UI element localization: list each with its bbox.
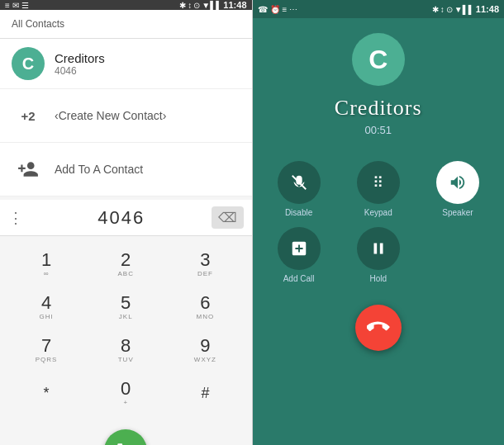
data-icon: ↕ (188, 1, 192, 10)
dialer-input-row: ⋮ 4046 ⌫ (0, 200, 252, 236)
status-left-icons: ≡ ✉ ☰ (5, 1, 29, 10)
call-duration: 00:51 (364, 124, 392, 136)
empty-icon (436, 227, 479, 270)
menu-icon: ☰ (21, 1, 29, 10)
end-call-area (253, 305, 505, 362)
time-left: 11:48 (223, 0, 246, 10)
key-1[interactable]: 1 ∞ (8, 244, 84, 284)
key-9[interactable]: 9 WXYZ (167, 330, 243, 370)
mute-button[interactable]: Disable (264, 161, 334, 217)
call-button[interactable] (104, 429, 147, 445)
dialer-section: ⋮ 4046 ⌫ 1 ∞ 2 ABC 3 DEF 4 GHI (0, 196, 252, 445)
add-contact-item[interactable]: Add To A Contact (0, 143, 252, 196)
call-button-area (0, 421, 252, 445)
contact-info: Creditors 4046 (55, 51, 105, 77)
call-avatar-area: C Creditors 00:51 (253, 18, 505, 144)
plus-two-icon: +2 (12, 99, 45, 132)
right-panel: ☎ ⏰ ≡ ⋯ ✱ ↕ ⊙ ▼▌▌ 11:48 C Creditors 00:5… (253, 0, 505, 445)
key-0[interactable]: 0 + (88, 373, 164, 413)
keypad-button[interactable]: ⠿ Keypad (344, 161, 413, 217)
all-contacts-label: All Contacts (12, 18, 64, 30)
bluetooth-icon: ✱ (179, 1, 186, 10)
contact-number: 4046 (55, 65, 105, 77)
key-7[interactable]: 7 PQRS (8, 330, 84, 370)
empty-control (423, 227, 492, 283)
status-right-left-icons: ☎ ⏰ ≡ ⋯ (258, 5, 298, 14)
grid-icon: ≡ (283, 5, 288, 14)
left-panel: ≡ ✉ ☰ ✱ ↕ ⊙ ▼▌▌ 11:48 All Contacts C Cre… (0, 0, 252, 445)
hold-icon (357, 227, 400, 270)
status-bar-right: ☎ ⏰ ≡ ⋯ ✱ ↕ ⊙ ▼▌▌ 11:48 (253, 0, 505, 18)
hold-button[interactable]: Hold (344, 227, 413, 283)
key-2[interactable]: 2 ABC (88, 244, 164, 284)
dialer-number: 4046 (31, 207, 212, 229)
signal2-icon: ▼▌▌ (454, 5, 474, 14)
mute-icon (278, 161, 321, 204)
create-contact-item[interactable]: +2 ‹Create New Contact› (0, 89, 252, 143)
key-star[interactable]: * (8, 373, 84, 413)
key-6[interactable]: 6 MNO (167, 287, 243, 327)
hold-label: Hold (369, 274, 387, 283)
contact-item[interactable]: C Creditors 4046 (0, 39, 252, 89)
alarm-icon: ⏰ (270, 5, 280, 14)
create-contact-label: ‹Create New Contact› (55, 109, 166, 122)
key-3[interactable]: 3 DEF (167, 244, 243, 284)
bt-icon: ✱ (432, 5, 439, 14)
add-person-icon (12, 153, 45, 186)
location-icon: ⊙ (193, 1, 200, 10)
add-call-label: Add Call (283, 274, 315, 283)
key-4[interactable]: 4 GHI (8, 287, 84, 327)
key-8[interactable]: 8 TUV (88, 330, 164, 370)
all-contacts-bar: All Contacts (0, 10, 252, 39)
keypad-icon: ⠿ (357, 161, 400, 204)
caller-name: Creditors (335, 96, 422, 121)
contact-name: Creditors (55, 51, 105, 65)
key-hash[interactable]: # (167, 373, 243, 413)
speaker-label: Speaker (442, 208, 473, 217)
end-call-button[interactable] (355, 305, 402, 351)
keypad-label: Keypad (364, 208, 392, 217)
status-right-icons: ✱ ↕ ⊙ ▼▌▌ 11:48 (179, 0, 246, 10)
add-call-icon (278, 227, 321, 270)
key-5[interactable]: 5 JKL (88, 287, 164, 327)
mute-label: Disable (285, 208, 312, 217)
status-right-right-icons: ✱ ↕ ⊙ ▼▌▌ 11:48 (432, 4, 499, 14)
status-bar-left: ≡ ✉ ☰ ✱ ↕ ⊙ ▼▌▌ 11:48 (0, 0, 252, 10)
more-icon: ⋯ (289, 5, 297, 14)
time-right: 11:48 (476, 4, 499, 14)
data2-icon: ↕ (440, 5, 445, 14)
call-controls-grid: Disable ⠿ Keypad Speaker Add Call (253, 153, 505, 291)
call-avatar: C (352, 33, 405, 86)
delete-button[interactable]: ⌫ (212, 206, 244, 229)
dialer-menu-icon[interactable]: ⋮ (8, 209, 23, 227)
speaker-button[interactable]: Speaker (423, 161, 492, 217)
notification-icon: ≡ (5, 1, 10, 10)
dial-grid: 1 ∞ 2 ABC 3 DEF 4 GHI 5 JKL 6 MNO (0, 236, 252, 421)
avatar: C (12, 47, 45, 80)
speaker-icon (436, 161, 479, 204)
message-icon: ✉ (12, 1, 19, 10)
add-call-button[interactable]: Add Call (264, 227, 334, 283)
add-contact-label: Add To A Contact (55, 163, 143, 176)
loc-icon: ⊙ (446, 5, 453, 14)
signal-icon: ▼▌▌ (202, 1, 221, 10)
phone-icon: ☎ (258, 5, 268, 14)
